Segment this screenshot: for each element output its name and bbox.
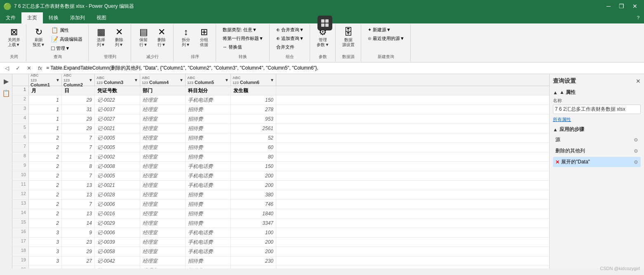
new-source-button[interactable]: ✦ 新建源▼ — [365, 26, 407, 34]
tab-file[interactable]: 文件 — [0, 12, 21, 23]
keep-rows-button[interactable]: ▤ 保留行▼ — [135, 26, 152, 48]
col5-filter-btn[interactable]: ▼ — [225, 78, 229, 82]
group-manage-cols: ▦ 选择列▼ ✕ 删除列▼ 管理列 — [89, 24, 131, 61]
col-header-5[interactable]: ABC123 Column5 ▼ — [186, 74, 231, 86]
formula-cancel-btn[interactable]: ✕ — [24, 64, 34, 72]
datasource-settings-button[interactable]: 🗄 数据源设置 — [340, 26, 357, 48]
cell-10-4: 经理室 — [140, 171, 186, 180]
step-delete-other-cols[interactable]: 删除的其他列 ⚙ — [553, 146, 641, 156]
title-bar-left: 🟢 7 6 2汇总多工作表财务数据 xlsx - Power Query 编辑器 — [3, 2, 134, 10]
delete-columns-button[interactable]: ✕ 删除列▼ — [111, 26, 127, 48]
col1-filter-btn[interactable]: ▼ — [56, 78, 60, 82]
cell-7-4: 经理室 — [140, 143, 186, 152]
table-row: 10 2 7 记-0005 经理室 手机电话费 200 — [12, 171, 549, 181]
append-queries-button[interactable]: ⊕ 追加查询▼ — [274, 35, 306, 42]
cell-5-4: 经理室 — [140, 124, 186, 133]
cell-6-6: 52 — [231, 133, 276, 142]
cell-8-2: 1 — [62, 152, 95, 161]
cell-19-4: 经理室 — [140, 256, 186, 266]
col-header-3[interactable]: ABC123 Column3 ▼ — [95, 74, 140, 86]
first-row-header-button[interactable]: 将第一行用作标题▼ — [220, 35, 266, 42]
split-column-button[interactable]: ↕ 拆分列▼ — [178, 26, 194, 48]
close-button[interactable]: ✕ — [629, 2, 641, 10]
table-row: 17 3 23 记-0039 经理室 手机电话费 200 — [12, 238, 549, 247]
restore-button[interactable]: ❐ — [616, 2, 628, 10]
tab-add-column[interactable]: 添加列 — [64, 12, 91, 23]
step-delete-gear-icon[interactable]: ⚙ — [634, 148, 638, 154]
all-props-link[interactable]: 所有属性 — [553, 117, 641, 123]
cell-17-5: 手机电话费 — [186, 238, 231, 247]
data-type-button[interactable]: 数据类型: 任意▼ — [220, 26, 266, 34]
table-row: 9 2 8 记-0008 经理室 手机电话费 150 — [12, 162, 549, 171]
formula-input[interactable] — [46, 65, 642, 71]
col6-filter-btn[interactable]: ▼ — [270, 78, 274, 82]
row-num-13: 13 — [12, 200, 29, 209]
table-row: 3 1 31 记-0037 经理室 招待费 278 — [12, 105, 549, 114]
minimize-button[interactable]: ─ — [603, 2, 614, 10]
cell-12-4: 经理室 — [140, 190, 186, 199]
col-header-4[interactable]: ABC123 Column4 ▼ — [140, 74, 186, 86]
row-num-4: 4 — [12, 114, 29, 124]
replace-value-button[interactable]: ↔ 替换值 — [220, 43, 266, 51]
cell-19-5: 招待费 — [186, 256, 231, 266]
tab-view[interactable]: 视图 — [91, 12, 112, 23]
delete-rows-button[interactable]: ✕ 删除行▼ — [153, 26, 170, 48]
close-load-button[interactable]: ⊠ 关闭并上载▼ — [6, 26, 22, 48]
tab-transform[interactable]: 转换 — [43, 12, 64, 23]
col4-filter-btn[interactable]: ▼ — [179, 78, 183, 82]
ribbon-help[interactable]: ？ — [636, 14, 641, 21]
cell-10-5: 手机电话费 — [186, 171, 231, 180]
step-expand-gear-icon[interactable]: ⚙ — [634, 159, 638, 165]
group-combine-label: 组合 — [286, 52, 294, 60]
refresh-preview-button[interactable]: ↻ 刷新预览▼ — [31, 26, 47, 48]
sidebar-queries-icon[interactable]: 📋 — [0, 88, 12, 99]
expand-button[interactable] — [317, 16, 332, 30]
select-columns-button[interactable]: ▦ 选择列▼ — [93, 26, 109, 48]
tab-home[interactable]: 主页 — [21, 12, 43, 23]
manage-icon: □ — [51, 45, 54, 51]
combine-files-button[interactable]: 合并文件 — [274, 43, 306, 51]
delete-rows-icon: ✕ — [158, 27, 165, 37]
cell-5-1: 1 — [29, 124, 62, 133]
step-expand-data[interactable]: ✕ 展开的"Data" ⚙ — [553, 157, 641, 167]
title-text: 7 6 2汇总多工作表财务数据 xlsx - Power Query 编辑器 — [14, 3, 134, 10]
col-header-1[interactable]: ABC123 Column1 ▼ — [29, 74, 62, 86]
cell-3-3: 记-0037 — [95, 105, 140, 114]
cell-7-6: 60 — [231, 143, 276, 152]
advanced-editor-button[interactable]: 📝高级编辑器 — [49, 35, 85, 43]
step-source[interactable]: 源 ⚙ — [553, 135, 641, 145]
group-by-button[interactable]: ⊞ 分组依据 — [196, 26, 212, 48]
right-panel-close-btn[interactable]: ✕ — [636, 78, 641, 84]
cell-15-4: 经理室 — [140, 219, 186, 228]
formula-back-btn[interactable]: ◁ — [2, 64, 12, 72]
cell-1-3: 凭证号数 — [95, 86, 140, 95]
split-col-icon: ↕ — [184, 27, 188, 37]
cell-8-5: 招待费 — [186, 152, 231, 161]
manage-button[interactable]: □管理▼ — [49, 44, 85, 52]
step-source-gear-icon[interactable]: ⚙ — [634, 137, 638, 143]
cell-16-3: 记-0006 — [95, 228, 140, 237]
col-header-2[interactable]: ABC123 Column2 ▼ — [62, 74, 95, 86]
cell-16-6: 100 — [231, 228, 276, 237]
table-row: 15 2 14 记-0029 经理室 招待费 3347 — [12, 219, 549, 228]
group-new-query-label: 新建查询 — [378, 52, 394, 60]
cell-1-1: 月 — [29, 86, 62, 95]
group-reduce-rows: ▤ 保留行▼ ✕ 删除行▼ 减少行 — [132, 24, 174, 61]
properties-button[interactable]: 📋属性 — [49, 26, 85, 34]
formula-check-btn[interactable]: ✓ — [13, 64, 23, 72]
row-num-2: 2 — [12, 96, 29, 105]
col3-filter-btn[interactable]: ▼ — [134, 78, 138, 82]
merge-queries-button[interactable]: ⊕ 合并查询▼ — [274, 26, 306, 34]
cell-12-2: 13 — [62, 190, 95, 199]
table-row: 13 2 7 记-0006 经理室 招待费 746 — [12, 200, 549, 209]
cell-15-3: 记-0029 — [95, 219, 140, 228]
properties-arrow-icon: ▲ — [553, 90, 558, 96]
recent-source-button[interactable]: ⊙ 最近使用的源▼ — [365, 35, 407, 42]
cell-12-3: 记-0028 — [95, 190, 140, 199]
cell-3-6: 278 — [231, 105, 276, 114]
col-header-6[interactable]: ABC123 Column6 ▼ — [231, 74, 276, 86]
col2-filter-btn[interactable]: ▼ — [89, 78, 93, 82]
sidebar-expand-icon[interactable]: ▶ — [2, 76, 10, 87]
cell-9-5: 手机电话费 — [186, 162, 231, 171]
right-panel-header: 查询设置 ✕ — [553, 77, 641, 85]
